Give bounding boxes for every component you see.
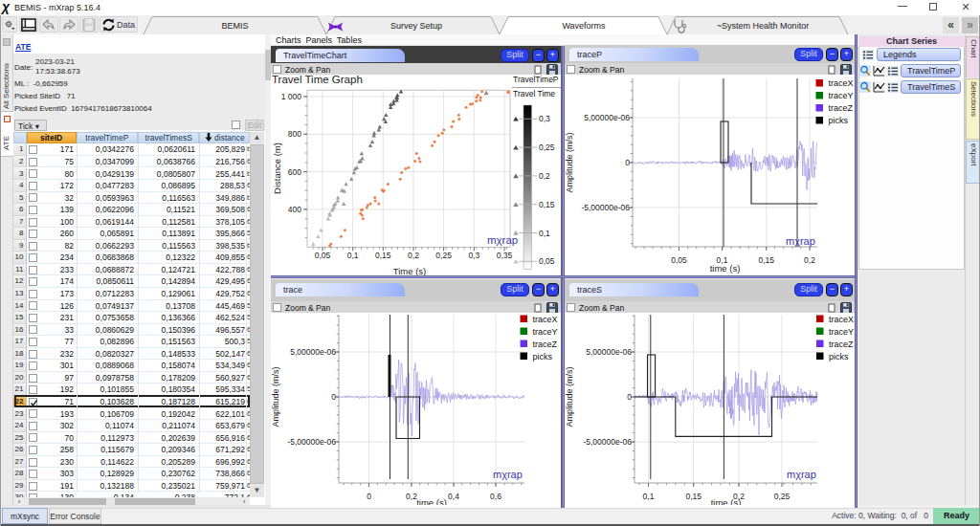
svg-text:traceY: traceY bbox=[829, 91, 854, 100]
svg-text:traceZ: traceZ bbox=[533, 340, 558, 349]
svg-text:-5,00000e-06: -5,00000e-06 bbox=[583, 437, 632, 447]
svg-text:Time (s): Time (s) bbox=[393, 266, 426, 275]
svg-text:picks: picks bbox=[829, 352, 849, 362]
svg-text:Amplitude (m/s): Amplitude (m/s) bbox=[565, 132, 574, 192]
svg-text:0,15: 0,15 bbox=[685, 492, 702, 501]
svg-text:mχrap: mχrap bbox=[786, 235, 815, 247]
svg-text:0,35: 0,35 bbox=[497, 251, 513, 260]
svg-text:mχrap: mχrap bbox=[487, 234, 518, 246]
svg-text:0,2: 0,2 bbox=[539, 171, 550, 181]
svg-text:5,00000e-06: 5,00000e-06 bbox=[290, 347, 336, 357]
svg-text:-5,00000e-06: -5,00000e-06 bbox=[287, 437, 336, 447]
svg-text:time (s): time (s) bbox=[416, 497, 447, 505]
svg-text:0,1: 0,1 bbox=[643, 492, 655, 501]
svg-text:0: 0 bbox=[367, 492, 371, 501]
svg-text:0,05: 0,05 bbox=[671, 255, 687, 265]
svg-text:Travel Time Graph: Travel Time Graph bbox=[272, 74, 363, 85]
svg-text:0,2: 0,2 bbox=[408, 251, 419, 260]
svg-text:-5,00000e-06: -5,00000e-06 bbox=[581, 203, 630, 212]
svg-text:Distance (m): Distance (m) bbox=[272, 142, 282, 194]
svg-text:Travel Time: Travel Time bbox=[513, 89, 555, 99]
svg-text:Amplitude (m/s): Amplitude (m/s) bbox=[565, 366, 574, 427]
svg-text:0,1: 0,1 bbox=[539, 229, 550, 238]
svg-text:traceZ: traceZ bbox=[829, 103, 854, 113]
svg-text:0,05: 0,05 bbox=[539, 256, 555, 266]
svg-text:0,15: 0,15 bbox=[759, 255, 775, 265]
svg-text:0,4: 0,4 bbox=[448, 492, 459, 501]
svg-text:0: 0 bbox=[625, 158, 630, 167]
svg-text:0,15: 0,15 bbox=[539, 200, 555, 209]
svg-text:traceY: traceY bbox=[533, 327, 558, 337]
svg-text:0,1: 0,1 bbox=[347, 251, 359, 260]
svg-text:0,3: 0,3 bbox=[468, 251, 479, 260]
svg-text:0: 0 bbox=[331, 392, 336, 402]
svg-text:5,00000e-06: 5,00000e-06 bbox=[584, 113, 630, 122]
svg-text:0,3: 0,3 bbox=[539, 114, 550, 123]
svg-text:picks: picks bbox=[829, 116, 849, 125]
svg-text:600: 600 bbox=[288, 167, 301, 177]
svg-text:1 000: 1 000 bbox=[281, 92, 302, 101]
svg-text:800: 800 bbox=[288, 129, 301, 139]
svg-text:0,25: 0,25 bbox=[774, 492, 791, 501]
svg-text:traceX: traceX bbox=[533, 315, 558, 324]
svg-text:0,15: 0,15 bbox=[375, 251, 391, 260]
svg-text:5,00000e-06: 5,00000e-06 bbox=[586, 347, 632, 357]
svg-text:time (s): time (s) bbox=[711, 497, 742, 505]
svg-text:time (s): time (s) bbox=[710, 263, 741, 274]
svg-text:0,2: 0,2 bbox=[804, 255, 815, 265]
svg-text:TravelTimeP: TravelTimeP bbox=[513, 75, 559, 84]
svg-text:mχrap: mχrap bbox=[493, 469, 523, 480]
svg-text:0,6: 0,6 bbox=[490, 492, 501, 501]
svg-text:0,25: 0,25 bbox=[539, 142, 555, 152]
svg-text:traceZ: traceZ bbox=[829, 340, 854, 349]
svg-text:traceX: traceX bbox=[829, 78, 854, 88]
svg-text:400: 400 bbox=[288, 205, 301, 214]
svg-text:0,25: 0,25 bbox=[435, 251, 452, 260]
svg-text:0,05: 0,05 bbox=[315, 251, 331, 260]
svg-text:0: 0 bbox=[627, 392, 632, 402]
svg-text:traceX: traceX bbox=[829, 315, 854, 324]
svg-text:picks: picks bbox=[533, 352, 553, 362]
svg-text:traceY: traceY bbox=[829, 327, 854, 337]
svg-text:Amplitude (m/s): Amplitude (m/s) bbox=[271, 366, 280, 427]
svg-text:mχrap: mχrap bbox=[787, 469, 816, 480]
